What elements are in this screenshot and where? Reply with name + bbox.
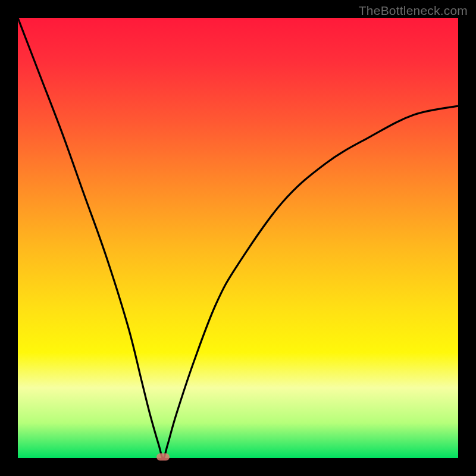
chart-frame: TheBottleneck.com [0, 0, 476, 476]
watermark-text: TheBottleneck.com [359, 4, 468, 18]
plot-area [18, 18, 458, 458]
bottleneck-curve [18, 18, 458, 458]
optimum-marker [156, 453, 170, 461]
